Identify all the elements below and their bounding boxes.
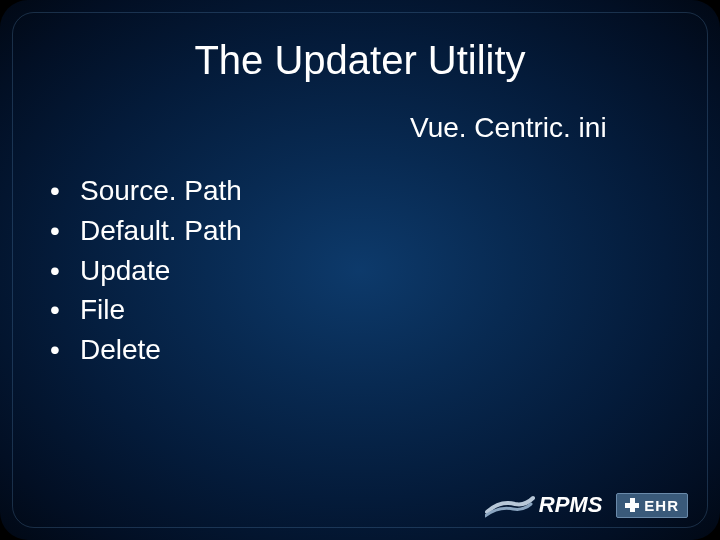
slide-subtitle: Vue. Centric. ini: [410, 112, 607, 144]
list-item: File: [50, 291, 242, 329]
rpms-label: RPMS: [539, 492, 603, 518]
list-item: Delete: [50, 331, 242, 369]
rpms-logo: RPMS: [485, 492, 603, 518]
ehr-label: EHR: [644, 497, 679, 514]
list-item: Source. Path: [50, 172, 242, 210]
footer-logos: RPMS EHR: [485, 492, 688, 518]
list-item: Update: [50, 252, 242, 290]
slide-title: The Updater Utility: [0, 38, 720, 83]
slide: The Updater Utility Vue. Centric. ini So…: [0, 0, 720, 540]
swoosh-icon: [485, 492, 535, 518]
list-item: Default. Path: [50, 212, 242, 250]
cross-icon: [625, 498, 639, 512]
ehr-logo: EHR: [616, 493, 688, 518]
bullet-list: Source. Path Default. Path Update File D…: [50, 172, 242, 371]
